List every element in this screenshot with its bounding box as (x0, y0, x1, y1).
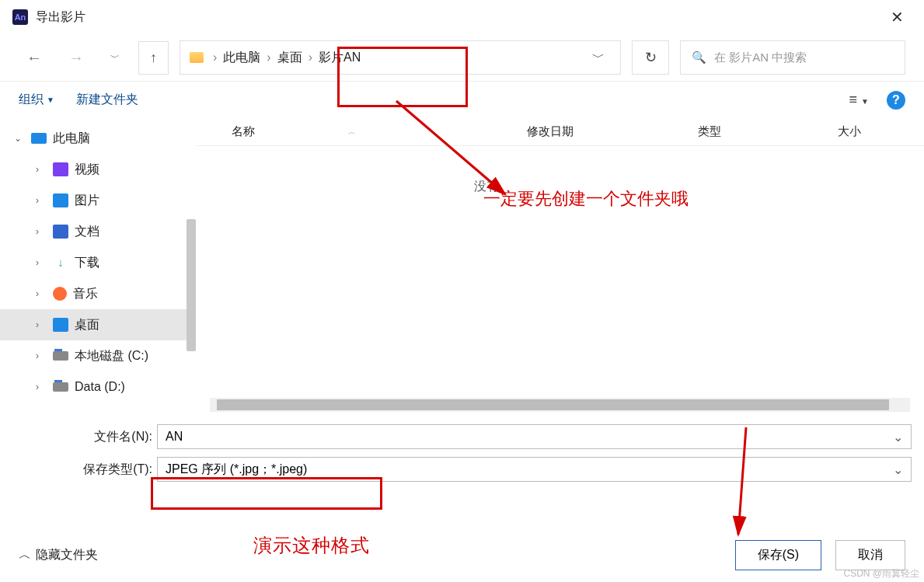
sidebar: ⌄ 此电脑 › 视频 › 图片 › 文档 › ↓ 下载 › 音乐 (0, 118, 196, 415)
tree-label: 本地磁盘 (C:) (75, 348, 148, 364)
cancel-button[interactable]: 取消 (835, 540, 905, 570)
help-button[interactable]: ? (887, 91, 905, 110)
tree-label: 桌面 (75, 317, 99, 333)
window-title: 导出影片 (36, 9, 883, 26)
path-dropdown[interactable]: ﹀ (586, 50, 611, 66)
tree-item-music[interactable]: › 音乐 (0, 278, 196, 309)
save-button[interactable]: 保存(S) (735, 540, 821, 570)
tree-label: Data (D:) (75, 380, 125, 394)
pc-icon (31, 133, 47, 144)
column-headers[interactable]: 名称︿ 修改日期 类型 大小 (196, 118, 924, 146)
tree-item-disk-d[interactable]: › Data (D:) (0, 371, 196, 403)
chevron-right-icon: › (265, 51, 272, 64)
dropdown-icon[interactable]: ⌄ (893, 462, 903, 477)
filename-input[interactable]: AN ⌄ (157, 424, 912, 449)
tree-item-disk-c[interactable]: › 本地磁盘 (C:) (0, 340, 196, 371)
search-input[interactable]: 🔍 在 影片AN 中搜索 (680, 40, 905, 75)
expand-icon[interactable]: › (36, 382, 47, 392)
tree-root-pc[interactable]: ⌄ 此电脑 (0, 123, 196, 154)
expand-icon[interactable]: › (36, 195, 47, 206)
expand-icon[interactable]: › (36, 288, 47, 299)
empty-text: 没有 (474, 179, 499, 195)
tree-label: 视频 (75, 162, 99, 178)
chevron-right-icon: › (211, 51, 218, 64)
refresh-button[interactable]: ↻ (632, 40, 669, 75)
hide-folders-toggle[interactable]: ︿ 隐藏文件夹 (19, 547, 98, 563)
filetype-value: JPEG 序列 (*.jpg；*.jpeg) (166, 462, 307, 478)
col-size[interactable]: 大小 (838, 124, 924, 139)
tree-label: 图片 (75, 193, 99, 209)
chevron-up-icon: ︿ (19, 547, 31, 563)
tree-item-images[interactable]: › 图片 (0, 185, 196, 216)
tree-label: 文档 (75, 224, 99, 240)
tree-item-video[interactable]: › 视频 (0, 154, 196, 185)
filename-value: AN (166, 430, 183, 444)
filetype-select[interactable]: JPEG 序列 (*.jpg；*.jpeg) ⌄ (157, 457, 912, 482)
expand-icon[interactable]: › (36, 319, 47, 330)
col-type[interactable]: 类型 (698, 124, 838, 139)
disk-icon (53, 382, 68, 392)
sidebar-scrollbar[interactable] (187, 219, 196, 351)
organize-menu[interactable]: 组织▼ (19, 92, 54, 108)
video-icon (53, 162, 68, 176)
chevron-right-icon: › (307, 51, 314, 64)
desktop-icon (53, 318, 68, 332)
crumb-folder[interactable]: 影片AN (314, 50, 365, 66)
filetype-label: 保存类型(T): (12, 462, 157, 478)
recent-dropdown[interactable]: ﹀ (103, 47, 127, 69)
back-button[interactable]: ← (19, 44, 50, 71)
sort-indicator-icon: ︿ (348, 127, 356, 138)
folder-icon (190, 52, 204, 63)
scrollbar-thumb[interactable] (217, 399, 889, 410)
up-button[interactable]: ↑ (138, 41, 169, 75)
expand-icon[interactable]: › (36, 350, 47, 361)
crumb-pc[interactable]: 此电脑 (218, 50, 265, 66)
collapse-icon[interactable]: ⌄ (14, 133, 25, 144)
expand-icon[interactable]: › (36, 257, 47, 268)
hide-folders-label: 隐藏文件夹 (36, 547, 98, 563)
file-list-empty: 没有 (196, 146, 924, 398)
dropdown-icon[interactable]: ⌄ (893, 430, 903, 444)
app-icon: An (12, 9, 28, 25)
col-name[interactable]: 名称 (232, 124, 255, 139)
view-mode-button[interactable]: ≡ ▼ (842, 88, 876, 112)
crumb-desktop[interactable]: 桌面 (273, 50, 307, 66)
col-date[interactable]: 修改日期 (527, 124, 698, 139)
expand-icon[interactable]: › (36, 164, 47, 175)
path-bar[interactable]: › 此电脑 › 桌面 › 影片AN ﹀ (180, 40, 621, 75)
tree-item-downloads[interactable]: › ↓ 下载 (0, 247, 196, 278)
close-button[interactable]: ✕ (883, 5, 912, 30)
watermark: CSDN @雨翼轻尘 (843, 567, 919, 580)
horizontal-scrollbar[interactable] (210, 398, 910, 412)
search-placeholder: 在 影片AN 中搜索 (714, 51, 807, 65)
tree-label: 此电脑 (53, 131, 90, 147)
image-icon (53, 193, 68, 207)
music-icon (53, 287, 67, 301)
download-icon: ↓ (53, 256, 68, 270)
disk-icon (53, 351, 68, 361)
filename-label: 文件名(N): (12, 429, 157, 445)
search-icon: 🔍 (692, 51, 706, 64)
tree-label: 下载 (75, 255, 99, 271)
expand-icon[interactable]: › (36, 226, 47, 237)
new-folder-button[interactable]: 新建文件夹 (76, 92, 138, 108)
annotation-box-filetype (151, 477, 382, 510)
tree-item-docs[interactable]: › 文档 (0, 216, 196, 247)
forward-button[interactable]: → (61, 44, 92, 71)
doc-icon (53, 225, 68, 239)
tree-item-desktop[interactable]: › 桌面 (0, 309, 196, 340)
tree-label: 音乐 (73, 286, 98, 302)
